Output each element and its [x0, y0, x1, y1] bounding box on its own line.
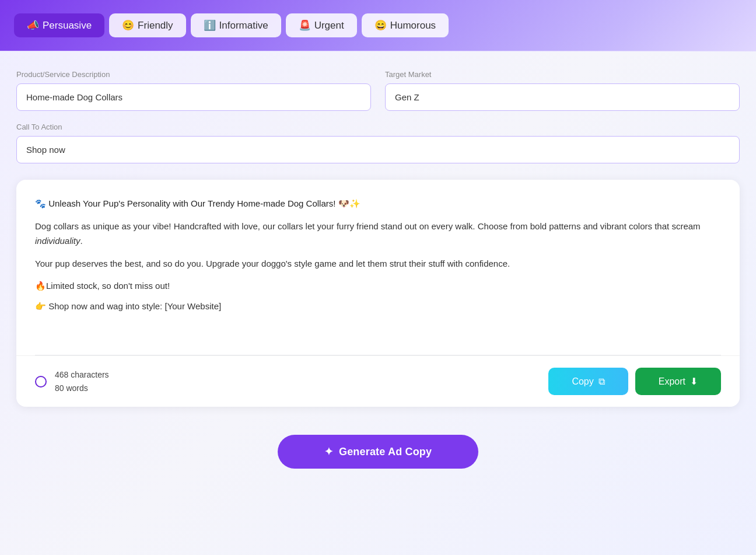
- target-label: Target Market: [385, 70, 740, 79]
- result-paragraph1: Dog collars as unique as your vibe! Hand…: [35, 219, 721, 249]
- copy-button[interactable]: Copy ⧉: [548, 368, 628, 395]
- export-button[interactable]: Export ⬇: [635, 368, 721, 395]
- copy-label: Copy: [572, 376, 593, 387]
- persuasive-label: Persuasive: [43, 20, 92, 32]
- result-text-area: 🐾 Unleash Your Pup's Personality with Ou…: [16, 180, 740, 355]
- tone-tab-urgent[interactable]: 🚨 Urgent: [286, 13, 357, 37]
- informative-label: Informative: [219, 20, 268, 32]
- fields-row-top: Product/Service Description Target Marke…: [16, 70, 740, 111]
- paragraph1-italic: individuality: [35, 236, 80, 246]
- result-paragraph3: 🔥Limited stock, so don't miss out!: [35, 279, 721, 294]
- generate-bar: ✦ Generate Ad Copy: [16, 425, 740, 483]
- copy-icon: ⧉: [598, 376, 605, 387]
- word-count: 80 words: [55, 382, 109, 395]
- generate-label: Generate Ad Copy: [339, 446, 432, 458]
- urgent-label: Urgent: [314, 20, 344, 32]
- export-icon: ⬇: [690, 376, 698, 387]
- tone-tab-informative[interactable]: ℹ️ Informative: [191, 13, 281, 37]
- cta-field-group: Call To Action: [16, 123, 740, 163]
- generate-button[interactable]: ✦ Generate Ad Copy: [278, 435, 478, 469]
- friendly-icon: 😊: [122, 19, 134, 32]
- cta-label: Call To Action: [16, 123, 740, 131]
- friendly-label: Friendly: [138, 20, 173, 32]
- informative-icon: ℹ️: [204, 19, 216, 32]
- action-buttons: Copy ⧉ Export ⬇: [548, 368, 721, 395]
- target-field-group: Target Market: [385, 70, 740, 111]
- tone-bar: 📣 Persuasive 😊 Friendly ℹ️ Informative 🚨…: [0, 0, 756, 51]
- cta-input[interactable]: [16, 136, 740, 163]
- humorous-label: Humorous: [390, 20, 436, 32]
- tone-tab-friendly[interactable]: 😊 Friendly: [109, 13, 186, 37]
- tone-tab-persuasive[interactable]: 📣 Persuasive: [14, 13, 104, 37]
- product-input[interactable]: [16, 83, 371, 111]
- persuasive-icon: 📣: [27, 19, 39, 32]
- paragraph1-pre: Dog collars as unique as your vibe! Hand…: [35, 221, 701, 231]
- humorous-icon: 😄: [374, 19, 387, 32]
- stats-action-bar: 468 characters 80 words Copy ⧉ Export ⬇: [16, 355, 740, 407]
- result-paragraph4: 👉 Shop now and wag into style: [Your Web…: [35, 299, 721, 314]
- character-count: 468 characters: [55, 368, 109, 381]
- paragraph1-post: .: [80, 236, 83, 246]
- cta-row: Call To Action: [16, 123, 740, 163]
- stats-circle-icon: [35, 376, 47, 388]
- main-content: Product/Service Description Target Marke…: [0, 51, 756, 497]
- target-input[interactable]: [385, 83, 740, 111]
- result-headline: 🐾 Unleash Your Pup's Personality with Ou…: [35, 198, 721, 209]
- stats-section: 468 characters 80 words: [35, 368, 109, 395]
- product-field-group: Product/Service Description: [16, 70, 371, 111]
- stats-text: 468 characters 80 words: [55, 368, 109, 395]
- urgent-icon: 🚨: [299, 19, 311, 32]
- export-label: Export: [659, 376, 685, 387]
- product-label: Product/Service Description: [16, 70, 371, 79]
- tone-tab-humorous[interactable]: 😄 Humorous: [362, 13, 449, 37]
- generate-sparkle-icon: ✦: [324, 445, 333, 458]
- result-paragraph2: Your pup deserves the best, and so do yo…: [35, 257, 721, 271]
- result-card: 🐾 Unleash Your Pup's Personality with Ou…: [16, 180, 740, 407]
